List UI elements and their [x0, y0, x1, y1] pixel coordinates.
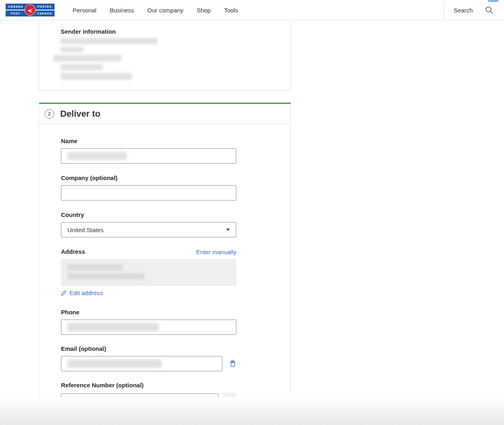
main-nav: Personal Business Our company Shop Tools — [73, 7, 238, 14]
step-2-badge: 2 — [45, 109, 54, 119]
search-icon[interactable] — [485, 6, 494, 14]
deliver-to-form: Name Company (optional) Country United S… — [39, 124, 291, 421]
edit-address-label: Edit address — [69, 289, 103, 296]
logo-text-canada2: CANADA — [35, 12, 55, 15]
pencil-icon — [61, 290, 67, 296]
search-label[interactable]: Search — [453, 7, 473, 14]
redacted-line — [61, 64, 103, 70]
address-label-row: Address Enter manually — [61, 248, 236, 255]
name-field: Name — [61, 138, 236, 164]
name-label: Name — [61, 138, 236, 145]
main-content: Sender information 2 Deliver to Name — [0, 20, 504, 422]
redacted-line — [61, 73, 132, 80]
sender-redacted-address — [61, 38, 291, 80]
email-input-row — [61, 356, 236, 371]
page-bottom-fade — [0, 397, 504, 425]
sender-information-title: Sender information — [61, 28, 291, 35]
redacted-line — [67, 264, 123, 270]
redacted-line — [61, 38, 158, 44]
logo-text-post: POST — [6, 12, 26, 15]
canada-post-wing-icon — [24, 4, 36, 16]
redacted-line — [53, 55, 122, 61]
nav-business[interactable]: Business — [110, 7, 134, 14]
trash-icon — [229, 360, 236, 368]
sender-information-card: Sender information — [39, 20, 291, 91]
country-field: Country United States — [61, 211, 236, 237]
redacted-value — [67, 323, 159, 332]
address-field: Address Enter manually Edit address — [61, 248, 236, 298]
country-label: Country — [61, 211, 236, 219]
address-label: Address — [61, 248, 85, 255]
address-display-box — [61, 259, 236, 286]
email-label: Email (optional) — [61, 345, 236, 352]
company-label: Company (optional) — [61, 174, 236, 182]
nav-our-company[interactable]: Our company — [147, 7, 183, 14]
delete-email-button[interactable] — [229, 360, 236, 368]
email-input[interactable] — [61, 356, 222, 371]
nav-tools[interactable]: Tools — [224, 7, 238, 14]
redacted-line — [67, 273, 144, 279]
page: CANADA POSTES POST CANADA Personal Busin… — [0, 0, 504, 425]
phone-input[interactable] — [61, 320, 236, 335]
redacted-line — [61, 47, 83, 52]
nav-shop[interactable]: Shop — [197, 7, 211, 14]
country-select[interactable]: United States — [61, 222, 236, 237]
logo-text-postes: POSTES — [35, 5, 55, 8]
phone-label: Phone — [61, 309, 236, 316]
enter-manually-link[interactable]: Enter manually — [196, 249, 236, 255]
header-divider — [443, 2, 444, 18]
company-field: Company (optional) — [61, 174, 236, 200]
redacted-value — [67, 152, 127, 160]
chevron-down-icon — [226, 229, 230, 231]
phone-field: Phone — [61, 309, 236, 335]
deliver-to-header: 2 Deliver to — [39, 104, 291, 124]
email-field: Email (optional) — [61, 345, 236, 371]
nav-personal[interactable]: Personal — [73, 7, 96, 14]
top-navigation-bar: CANADA POSTES POST CANADA Personal Busin… — [0, 0, 504, 20]
canada-post-logo[interactable]: CANADA POSTES POST CANADA — [6, 4, 55, 16]
logo-text-canada: CANADA — [6, 5, 26, 8]
name-input[interactable] — [61, 148, 236, 164]
country-selected-value: United States — [67, 227, 104, 233]
top-right-accent — [488, 0, 498, 2]
deliver-to-card: 2 Deliver to Name Company (optional) — [39, 103, 291, 422]
edit-address-link[interactable]: Edit address — [61, 289, 103, 296]
redacted-value — [67, 360, 162, 368]
deliver-to-title: Deliver to — [60, 109, 100, 119]
reference-number-label: Reference Number (optional) — [61, 382, 236, 389]
company-input[interactable] — [61, 185, 236, 200]
